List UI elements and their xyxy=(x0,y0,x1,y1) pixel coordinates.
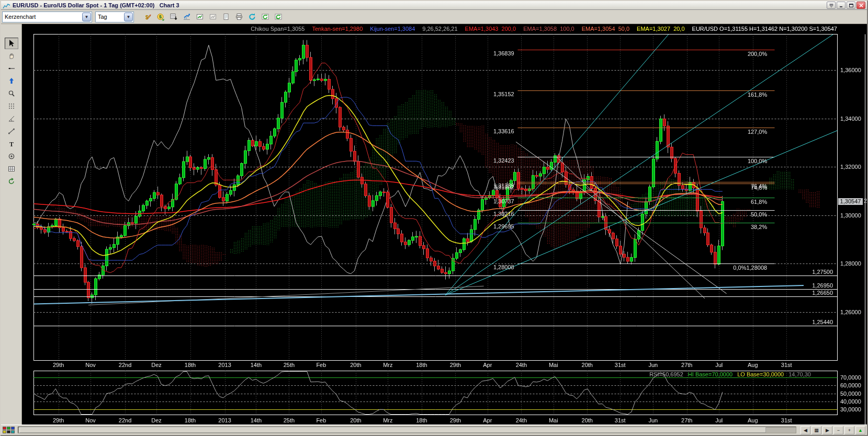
svg-text:$: $ xyxy=(159,14,162,19)
print-icon[interactable] xyxy=(233,11,245,22)
chart-type-select[interactable]: Kerzenchart ▼ xyxy=(2,12,92,22)
palette-color xyxy=(11,427,15,430)
zoom-in-button[interactable]: + xyxy=(844,426,854,434)
chart-canvas[interactable] xyxy=(1,1,868,436)
palette-color xyxy=(3,430,6,433)
main-toolbar: Kerzenchart ▼ Tag ▼ $$ xyxy=(1,10,867,24)
trendline-tool[interactable] xyxy=(5,125,18,137)
chart-window: EUR/USD - Euro/US Dollar Spot - 1 Tag (G… xyxy=(0,0,868,436)
toolbar-icons: $$ xyxy=(141,11,285,22)
line-tool[interactable] xyxy=(5,63,18,74)
scrollbar-thumb[interactable] xyxy=(19,427,766,433)
period-value: Tag xyxy=(96,14,123,20)
arrow-up-tool[interactable] xyxy=(5,75,18,87)
chevron-down-icon[interactable]: ▼ xyxy=(124,13,133,21)
window-title: EUR/USD - Euro/US Dollar Spot - 1 Tag (G… xyxy=(13,2,827,8)
chart-scrollbar[interactable] xyxy=(18,427,796,433)
chart-update-icon[interactable] xyxy=(259,11,272,22)
titlebar[interactable]: EUR/USD - Euro/US Dollar Spot - 1 Tag (G… xyxy=(1,1,867,10)
rotate-tool[interactable] xyxy=(5,176,18,187)
maximize-button[interactable] xyxy=(847,2,855,9)
trend-chart-icon[interactable] xyxy=(181,11,193,22)
palette-color xyxy=(3,427,6,430)
chart-type-value: Kerzenchart xyxy=(3,14,82,20)
document-icon[interactable] xyxy=(220,11,232,22)
chevron-down-icon[interactable]: ▼ xyxy=(82,13,91,21)
pan-tool[interactable] xyxy=(5,50,18,62)
chart-update2-icon[interactable] xyxy=(272,11,285,22)
scroll-right-button[interactable]: ▶ xyxy=(822,426,832,434)
bottom-bar: ◀▦▶−+▲ xyxy=(1,424,867,435)
close-button[interactable] xyxy=(856,2,865,9)
table-tool[interactable] xyxy=(5,163,18,175)
indicator-tool[interactable] xyxy=(5,151,18,162)
minimize-button[interactable] xyxy=(837,2,846,9)
chart-frame-icon[interactable] xyxy=(207,11,219,22)
matrix-icon[interactable] xyxy=(167,11,180,22)
window-chart-icon xyxy=(3,2,10,8)
latest-chart-button[interactable]: ▲ xyxy=(855,426,865,434)
angle-tool[interactable] xyxy=(5,113,18,124)
palette-color xyxy=(7,427,10,430)
palette-color xyxy=(11,430,15,433)
period-select[interactable]: Tag ▼ xyxy=(95,12,134,22)
svg-text:T: T xyxy=(9,141,13,148)
new-chart-icon[interactable] xyxy=(194,11,206,22)
cursor-tool[interactable] xyxy=(5,38,18,49)
shade-button[interactable] xyxy=(827,2,836,9)
text-tool[interactable]: T xyxy=(5,138,18,150)
drawing-toolbar: T xyxy=(1,24,22,427)
scroll-left-button[interactable]: ◀ xyxy=(801,426,810,434)
pages-button[interactable]: ▦ xyxy=(811,426,821,434)
color-palette-icon[interactable] xyxy=(3,427,15,433)
palette-color xyxy=(7,430,10,433)
quote-icon[interactable]: $ xyxy=(154,11,167,22)
refresh-icon[interactable] xyxy=(246,11,258,22)
zoom-tool[interactable] xyxy=(5,88,18,99)
zoom-out-button[interactable]: − xyxy=(833,426,843,434)
grid-tool[interactable] xyxy=(5,100,18,112)
price-alert-icon[interactable]: $ xyxy=(141,11,154,22)
bottom-buttons: ◀▦▶−+▲ xyxy=(799,426,865,434)
